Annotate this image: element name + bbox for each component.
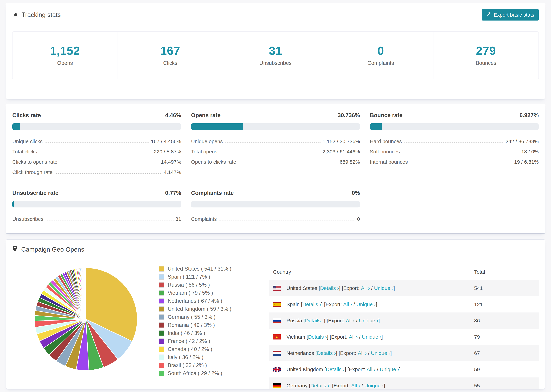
detail-row: Total opens2,303 / 61.446%: [191, 147, 360, 157]
rate-title: Bounce rate: [370, 112, 403, 119]
rate-card-clicks-rate: Clicks rate4.46%Unique clicks167 / 4.456…: [12, 112, 181, 177]
detail-row: Internal bounces19 / 6.81%: [370, 157, 539, 167]
country-cell: Netherlands [Details ›] [Export: All › /…: [269, 350, 474, 356]
details-link[interactable]: Details ›: [302, 301, 321, 307]
rate-detail-rows: Hard bounces242 / 86.738%Soft bounces18 …: [370, 136, 539, 167]
total-cell: 55: [474, 383, 539, 389]
bracket: ] [Export:: [327, 334, 349, 340]
export-all-link[interactable]: All ›: [346, 318, 355, 324]
country-cell: Germany [Details ›] [Export: All › / Uni…: [269, 383, 474, 389]
geo-opens-pie-chart: [33, 266, 139, 372]
legend-label: United Kingdom ( 59 / 3% ): [168, 306, 231, 312]
progress-bar: [12, 201, 181, 207]
table-row-vn: Vietnam [Details ›] [Export: All › / Uni…: [269, 329, 539, 345]
details-link[interactable]: Details ›: [320, 285, 339, 291]
details-link[interactable]: Details ›: [317, 350, 336, 356]
flag-gb-icon: [273, 367, 281, 372]
total-cell: 79: [474, 334, 539, 340]
details-link[interactable]: Details ›: [326, 366, 345, 372]
detail-row: Unsubscribes31: [12, 214, 181, 224]
detail-value: 167 / 4.456%: [151, 139, 181, 144]
country-cell: United Kingdom [Details ›] [Export: All …: [269, 366, 474, 372]
detail-value: 1,152 / 30.736%: [323, 139, 360, 144]
legend-label: Italy ( 36 / 2% ): [168, 354, 203, 360]
campaign-geo-opens-header: Campaign Geo Opens: [6, 240, 545, 259]
legend-swatch: [159, 371, 164, 376]
export-all-link[interactable]: All ›: [367, 366, 376, 372]
export-unique-link[interactable]: Unique ›: [374, 285, 393, 291]
export-all-link[interactable]: All ›: [361, 285, 370, 291]
legend-swatch: [159, 355, 164, 360]
export-unique-link[interactable]: Unique ›: [362, 334, 381, 340]
rate-title: Clicks rate: [12, 112, 41, 119]
progress-bar-fill: [12, 201, 14, 207]
pie-svg: [33, 266, 139, 372]
table-row-us: United States [Details ›] [Export: All ›…: [269, 280, 539, 296]
export-all-link[interactable]: All ›: [358, 350, 367, 356]
legend-label: France ( 42 / 2% ): [168, 338, 210, 344]
rate-card-opens-rate: Opens rate30.736%Unique opens1,152 / 30.…: [191, 112, 360, 177]
export-unique-link[interactable]: Unique ›: [371, 350, 390, 356]
details-link[interactable]: Details ›: [311, 383, 329, 389]
export-icon: [486, 12, 491, 18]
page-title: Tracking stats: [21, 11, 61, 19]
export-unique-link[interactable]: Unique ›: [359, 318, 378, 324]
export-all-link[interactable]: All ›: [349, 334, 358, 340]
flag-nl-icon: [273, 351, 281, 356]
bar-chart-icon: [12, 11, 18, 19]
dotted-leader: [219, 220, 355, 220]
legend-item-russia: Russia ( 86 / 5% ): [159, 282, 243, 288]
rates-grid: Clicks rate4.46%Unique clicks167 / 4.456…: [12, 112, 539, 224]
export-unique-link[interactable]: Unique ›: [356, 301, 376, 307]
legend-label: Netherlands ( 67 / 4% ): [168, 298, 222, 304]
bracket: ] [Export:: [324, 318, 346, 324]
dotted-leader: [402, 153, 520, 153]
geo-opens-table: Country Total United States [Details ›] …: [269, 264, 539, 389]
legend-label: Brazil ( 33 / 2% ): [168, 362, 207, 368]
progress-bar: [191, 201, 360, 207]
detail-value: 220 / 5.87%: [154, 149, 181, 155]
legend-item-romania: Romania ( 49 / 3% ): [159, 322, 243, 328]
country-name: Netherlands: [286, 350, 314, 356]
progress-bar: [12, 123, 181, 130]
legend-item-spain: Spain ( 121 / 7% ): [159, 274, 243, 280]
pie-slice-other-45[interactable]: [86, 268, 86, 319]
export-all-link[interactable]: All ›: [351, 383, 360, 389]
export-basic-stats-button[interactable]: Export basic stats: [482, 9, 539, 21]
rate-card-header: Clicks rate4.46%: [12, 112, 181, 119]
legend-item-united-kingdom: United Kingdom ( 59 / 3% ): [159, 306, 243, 312]
detail-row: Soft bounces18 / 0%: [370, 147, 539, 157]
legend-label: South Africa ( 29 / 2% ): [168, 370, 222, 377]
stat-value: 0: [328, 44, 433, 57]
legend-label: United States ( 541 / 31% ): [168, 266, 231, 272]
legend-swatch: [159, 314, 164, 320]
details-link[interactable]: Details ›: [308, 334, 327, 340]
details-link[interactable]: Details ›: [305, 318, 324, 324]
dotted-leader: [40, 153, 152, 153]
country-cell: Russia [Details ›] [Export: All › / Uniq…: [269, 318, 474, 324]
country-name: United States: [286, 285, 317, 291]
export-all-link[interactable]: All ›: [343, 301, 352, 307]
table-row-de: Germany [Details ›] [Export: All › / Uni…: [269, 378, 539, 389]
flag-de-icon: [273, 383, 281, 388]
detail-value: 4.147%: [164, 169, 181, 175]
stat-box-bounces: 279Bounces: [433, 32, 538, 79]
rate-detail-rows: Complaints0: [191, 214, 360, 224]
table-header-row: Country Total: [269, 264, 539, 280]
legend-item-india: India ( 46 / 3% ): [159, 330, 243, 336]
legend-swatch: [159, 322, 164, 328]
stat-value: 1,152: [13, 44, 118, 57]
stat-value: 167: [118, 44, 223, 57]
export-unique-link[interactable]: Unique ›: [364, 383, 384, 389]
bracket: ]: [376, 301, 377, 307]
bracket: ]: [390, 350, 392, 356]
bracket: ]: [393, 285, 395, 291]
geo-opens-legend: United States ( 541 / 31% )Spain ( 121 /…: [159, 266, 243, 378]
export-unique-link[interactable]: Unique ›: [380, 366, 399, 372]
rates-card: Clicks rate4.46%Unique clicks167 / 4.456…: [6, 104, 545, 233]
rate-card-bounce-rate: Bounce rate6.927%Hard bounces242 / 86.73…: [370, 112, 539, 177]
rate-value: 0%: [352, 190, 360, 196]
stat-label: Complaints: [328, 60, 433, 66]
legend-swatch: [159, 363, 164, 368]
bracket: ] [Export:: [336, 350, 358, 356]
